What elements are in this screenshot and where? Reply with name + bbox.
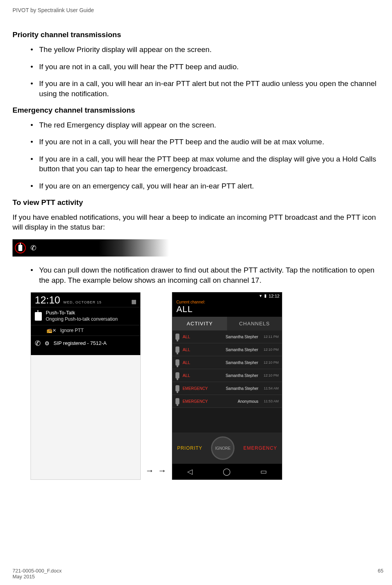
radio-icon	[35, 312, 42, 321]
timestamp: 12:11 PM	[264, 335, 279, 339]
heading-priority: Priority channel transmissions	[13, 31, 383, 39]
channel-name: ALL	[183, 360, 204, 365]
screenshot-row: 12:10 WED, OCTOBER 15 ▦ Push-To-Talk Ong…	[30, 292, 383, 480]
activity-row[interactable]: EMERGENCY Samantha Stepher 11:54 AM	[172, 382, 282, 395]
activity-list: ALL Samantha Stepher 12:11 PM ALL Samant…	[172, 330, 282, 432]
list-item: If you are not in a call, you will hear …	[30, 137, 383, 147]
phone-icon: ✆	[30, 244, 36, 252]
status-bar: ▾ ▮ 12:12	[172, 292, 282, 299]
notification-ptt[interactable]: Push-To-Talk Ongoing Push-to-talk conver…	[31, 307, 140, 325]
sip-text: SIP registered - 7512-A	[54, 340, 107, 346]
list-item: If you are in a call, you will hear the …	[30, 154, 383, 174]
tab-channels[interactable]: CHANNELS	[227, 317, 282, 330]
quick-settings-icon: ▦	[131, 298, 136, 305]
timestamp: 11:53 AM	[264, 399, 279, 403]
screenshot-ptt-app: ▾ ▮ 12:12 Current channel: ALL ACTIVITY …	[172, 292, 282, 480]
timestamp: 12:10 PM	[264, 361, 279, 364]
drawer-date: WED, OCTOBER 15	[63, 300, 102, 304]
list-item: If you are on an emergency call, you wil…	[30, 181, 383, 191]
channel-name: EMERGENCY	[183, 386, 204, 391]
back-icon[interactable]: ◁	[187, 467, 193, 476]
page-footer: 721-0005-000_F.docx May 2015 65	[13, 568, 383, 580]
mic-icon	[175, 385, 179, 391]
recents-icon[interactable]: ▭	[260, 467, 267, 476]
ignore-button[interactable]: IGNORE	[211, 436, 234, 460]
list-item: If you are in a call, you will hear an i…	[30, 79, 383, 99]
heading-emergency: Emergency channel transmissions	[13, 106, 383, 115]
mic-icon	[175, 334, 179, 340]
mic-icon	[175, 346, 179, 353]
battery-icon: ▮	[264, 293, 267, 298]
mic-icon	[175, 372, 179, 379]
screenshot-status-bar: ✆	[13, 239, 169, 257]
channel-name: EMERGENCY	[183, 399, 204, 404]
header-guide-title: PIVOT by Spectralink User Guide	[13, 7, 383, 13]
radio-icon	[18, 245, 22, 251]
status-time: 12:12	[269, 294, 280, 298]
timestamp: 11:54 AM	[264, 386, 279, 390]
caller-name: Samantha Stepher	[208, 373, 258, 378]
list-item: The yellow Priority display will appear …	[30, 45, 383, 55]
timestamp: 12:10 PM	[264, 348, 279, 352]
wifi-icon: ▾	[260, 293, 262, 298]
heading-view-ptt: To view PTT activity	[13, 198, 383, 207]
notification-ignore-ptt[interactable]: 📻✕ Ignore PTT	[31, 325, 140, 336]
ignore-icon: 📻✕	[47, 328, 56, 333]
ptt-icon-circled	[15, 242, 26, 253]
caller-name: Samantha Stepher	[208, 335, 258, 339]
priority-button[interactable]: PRIORITY	[177, 445, 202, 451]
caller-name: Samantha Stepher	[208, 386, 258, 391]
current-channel-value: ALL	[176, 304, 278, 314]
caller-name: Samantha Stepher	[208, 348, 258, 352]
notif-title: Push-To-Talk	[46, 310, 118, 316]
emergency-button[interactable]: EMERGENCY	[243, 445, 277, 451]
caller-name: Anonymous	[208, 399, 258, 404]
activity-row[interactable]: ALL Samantha Stepher 12:10 PM	[172, 369, 282, 382]
notification-sip[interactable]: ✆ ⚙ SIP registered - 7512-A	[31, 336, 140, 351]
channel-name: ALL	[183, 347, 204, 352]
ignore-label: Ignore PTT	[60, 328, 84, 333]
caller-name: Samantha Stepher	[208, 361, 258, 365]
activity-row[interactable]: ALL Samantha Stepher 12:10 PM	[172, 343, 282, 356]
list-view: You can pull down the notification drawe…	[13, 265, 383, 285]
mic-icon	[175, 359, 179, 366]
activity-row[interactable]: ALL Samantha Stepher 12:10 PM	[172, 356, 282, 369]
paragraph-view-intro: If you have enabled notifications, you w…	[13, 212, 383, 232]
mic-icon	[175, 398, 179, 404]
channel-name: ALL	[183, 334, 204, 339]
current-channel-label: Current channel:	[176, 300, 278, 304]
screenshot-notification-drawer: 12:10 WED, OCTOBER 15 ▦ Push-To-Talk Ong…	[30, 292, 141, 480]
tab-activity[interactable]: ACTIVITY	[172, 317, 227, 330]
list-emergency: The red Emergency display will appear on…	[13, 120, 383, 191]
list-item: The red Emergency display will appear on…	[30, 120, 383, 130]
footer-page-number: 65	[378, 568, 383, 580]
arrow-separator: → →	[145, 466, 167, 480]
channel-name: ALL	[183, 373, 204, 378]
activity-row[interactable]: EMERGENCY Anonymous 11:53 AM	[172, 395, 282, 408]
list-item: You can pull down the notification drawe…	[30, 265, 383, 285]
android-nav-bar: ◁ ◯ ▭	[172, 464, 282, 479]
notif-body: Ongoing Push-to-talk conversation	[46, 316, 118, 323]
home-icon[interactable]: ◯	[223, 467, 231, 476]
footer-date: May 2015	[13, 574, 62, 580]
drawer-time: 12:10	[35, 294, 60, 306]
activity-row[interactable]: ALL Samantha Stepher 12:11 PM	[172, 330, 282, 343]
gear-icon: ⚙	[45, 340, 50, 346]
timestamp: 12:10 PM	[264, 373, 279, 377]
list-item: If you are not in a call, you will hear …	[30, 62, 383, 72]
list-priority: The yellow Priority display will appear …	[13, 45, 383, 99]
footer-docx: 721-0005-000_F.docx	[13, 568, 62, 574]
phone-icon: ✆	[35, 339, 41, 348]
